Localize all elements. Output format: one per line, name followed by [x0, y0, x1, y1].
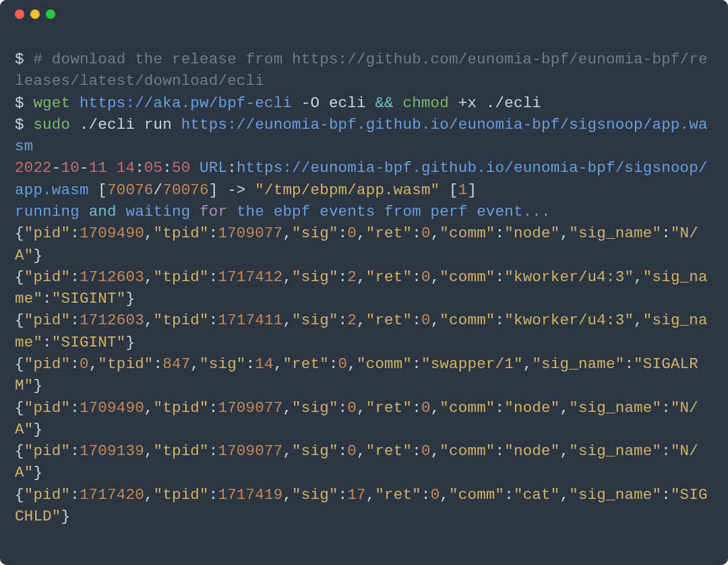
chmod-path: ./ecli: [486, 94, 541, 112]
slash: /: [154, 181, 163, 199]
and-word: and: [89, 203, 117, 220]
for-word: for: [200, 203, 227, 220]
dl-month: 10: [61, 159, 80, 177]
chmod-mode: +x: [458, 94, 477, 112]
wget-outfile: ecli: [329, 94, 366, 112]
rbracket: ]: [209, 181, 218, 199]
wget-url: https://aka.pw/bpf-ecli: [80, 94, 292, 112]
prompt: $: [15, 94, 24, 112]
colon: :: [162, 159, 172, 177]
waiting-word: waiting: [125, 203, 190, 220]
dl-one: 1: [458, 181, 468, 199]
dl-out: "/tmp/ebpm/app.wasm": [255, 181, 439, 199]
url-label: URL: [200, 159, 227, 177]
running-word: running: [15, 203, 80, 220]
lbracket: [: [98, 181, 107, 199]
window-titlebar: [0, 0, 728, 23]
dash: -: [80, 159, 89, 177]
chmod-cmd: chmod: [403, 94, 450, 112]
colon: :: [227, 159, 237, 177]
dl-day: 11: [89, 159, 107, 177]
terminal-output[interactable]: $ # download the release from https://gi…: [0, 23, 728, 534]
prompt: $: [15, 116, 24, 133]
dl-min: 05: [144, 159, 162, 177]
ecli-path: ./ecli: [80, 116, 135, 133]
maximize-icon[interactable]: [46, 9, 55, 19]
dl-hour: 14: [117, 159, 135, 177]
arrow: ->: [227, 181, 245, 199]
dl-sec: 50: [172, 159, 190, 177]
lbracket: [: [449, 181, 458, 199]
close-icon[interactable]: [15, 9, 24, 19]
terminal-window: $ # download the release from https://gi…: [0, 0, 728, 565]
event-log: {"pid":1709490,"tpid":1709077,"sig":0,"r…: [15, 225, 708, 525]
dl-size2: 70076: [162, 181, 209, 199]
and-op: &&: [375, 94, 393, 112]
sudo-cmd: sudo: [33, 116, 70, 133]
comment-line: # download the release from https://gith…: [15, 51, 708, 90]
run-word: run: [144, 116, 172, 133]
prompt: $: [15, 51, 24, 68]
minimize-icon[interactable]: [30, 9, 40, 19]
running-rest: the ebpf events from perf event...: [237, 203, 551, 220]
dl-size1: 70076: [107, 181, 154, 199]
colon: :: [135, 159, 144, 177]
dl-year: 2022: [15, 159, 52, 177]
wget-cmd: wget: [33, 94, 70, 112]
rbracket: ]: [467, 181, 477, 199]
wget-flag-O: -O: [301, 94, 320, 112]
dash: -: [52, 159, 61, 177]
